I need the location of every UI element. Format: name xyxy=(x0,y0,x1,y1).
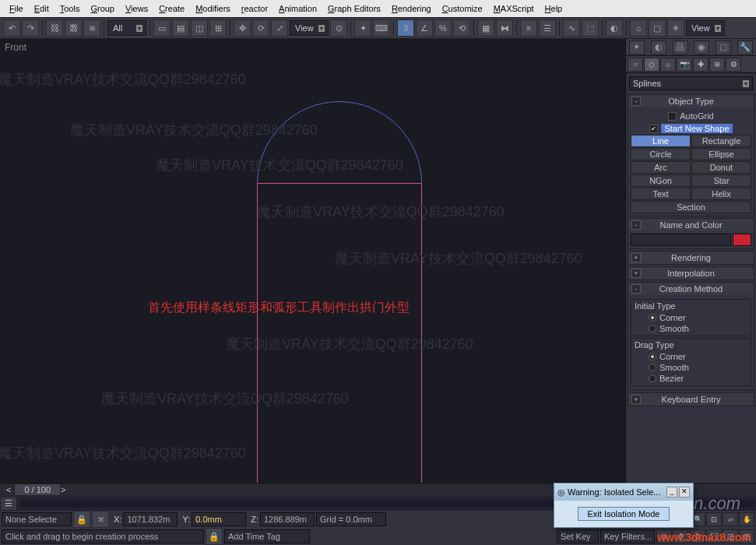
manipulate-button[interactable]: ✦ xyxy=(354,19,371,37)
cameras-icon[interactable]: 📷 xyxy=(677,58,692,72)
rotate-button[interactable]: ⟳ xyxy=(252,19,269,37)
ref-coord-dropdown[interactable]: View xyxy=(290,20,329,36)
menu-views[interactable]: Views xyxy=(121,2,153,15)
viewport-front[interactable]: Front 魔天制造VRAY技术交流QQ群29842760 魔天制造VRAY技术… xyxy=(0,39,625,483)
layers-button[interactable]: ☰ xyxy=(539,19,556,37)
menu-rendering[interactable]: Rendering xyxy=(387,2,436,15)
menu-animation[interactable]: Animation xyxy=(274,2,322,15)
render-setup-button[interactable]: ☼ xyxy=(630,19,647,37)
select-region-button[interactable]: ◫ xyxy=(191,19,208,37)
pan-button[interactable]: ✋ xyxy=(739,512,754,526)
exit-isolation-button[interactable]: Exit Isolation Mode xyxy=(578,507,670,521)
line-button[interactable]: Line xyxy=(631,135,691,147)
tab-modify-icon[interactable]: ◐ xyxy=(651,40,666,54)
z-coord-input[interactable]: 1286.889m xyxy=(260,512,315,526)
absolute-transform-icon[interactable]: ⤧ xyxy=(92,511,109,528)
add-time-tag-button[interactable]: Add Time Tag xyxy=(224,529,310,543)
named-selection-button[interactable]: ▦ xyxy=(477,19,494,37)
tab-motion-icon[interactable]: ◉ xyxy=(694,40,709,54)
y-coord-input[interactable]: 0.0mm xyxy=(192,512,246,526)
render-view-dropdown[interactable]: View xyxy=(686,20,725,36)
geometry-icon[interactable]: ○ xyxy=(628,58,643,72)
tab-utilities-icon[interactable]: 🔧 xyxy=(737,40,753,54)
spinner-snap-button[interactable]: ⟲ xyxy=(453,19,470,37)
angle-snap-button[interactable]: ∠ xyxy=(416,19,433,37)
align-button[interactable]: ≡ xyxy=(520,19,537,37)
drag-bezier-radio[interactable] xyxy=(649,374,656,382)
track-config-icon[interactable]: ☰ xyxy=(0,497,17,511)
dialog-titlebar[interactable]: ◎Warning: Isolated Sele... _ ✕ xyxy=(554,483,693,501)
select-button[interactable]: ▭ xyxy=(153,19,171,37)
rectangle-button[interactable]: Rectangle xyxy=(691,135,751,147)
start-new-shape-checkbox[interactable]: ✔ xyxy=(649,125,658,133)
move-button[interactable]: ✥ xyxy=(234,19,251,37)
rendering-header[interactable]: + Rendering xyxy=(628,251,754,264)
scale-button[interactable]: ⤢ xyxy=(271,19,288,37)
schematic-view-button[interactable]: ⬚ xyxy=(582,19,599,37)
initial-smooth-radio[interactable] xyxy=(649,325,656,332)
spacewarps-icon[interactable]: ≋ xyxy=(709,58,725,72)
ngon-button[interactable]: NGon xyxy=(631,174,691,187)
undo-button[interactable]: ↶ xyxy=(3,19,20,37)
menu-edit[interactable]: Edit xyxy=(30,2,54,15)
ellipse-button[interactable]: Ellipse xyxy=(691,148,751,160)
material-editor-button[interactable]: ◐ xyxy=(606,19,623,37)
mirror-button[interactable]: ⧓ xyxy=(496,19,513,37)
drag-smooth-radio[interactable] xyxy=(649,364,656,371)
interpolation-header[interactable]: + Interpolation xyxy=(628,267,754,280)
lock-ui-icon[interactable]: 🔒 xyxy=(206,528,223,545)
lights-icon[interactable]: ☼ xyxy=(660,58,676,72)
autogrid-checkbox[interactable] xyxy=(668,112,677,121)
bind-spacewarp-button[interactable]: ≋ xyxy=(83,19,100,37)
shapes-icon[interactable]: ◇ xyxy=(644,58,659,72)
menu-help[interactable]: Help xyxy=(540,2,568,15)
object-color-swatch[interactable] xyxy=(733,234,751,246)
quick-render-button[interactable]: ☀ xyxy=(667,19,684,37)
object-name-input[interactable] xyxy=(631,234,731,246)
zoom-all-button[interactable]: ⊡ xyxy=(706,512,722,526)
menu-graph-editors[interactable]: Graph Editors xyxy=(323,2,385,15)
menu-file[interactable]: File xyxy=(5,2,28,15)
initial-corner-radio[interactable] xyxy=(649,314,656,322)
tab-create-icon[interactable]: ✦ xyxy=(629,40,645,54)
text-button[interactable]: Text xyxy=(631,188,691,200)
x-coord-input[interactable]: 1071.832m xyxy=(123,512,178,526)
select-by-name-button[interactable]: ▤ xyxy=(172,19,189,37)
donut-button[interactable]: Donut xyxy=(691,161,751,174)
star-button[interactable]: Star xyxy=(691,174,751,187)
selection-filter-dropdown[interactable]: All xyxy=(107,20,146,36)
creation-method-header[interactable]: - Creation Method xyxy=(628,283,754,295)
lock-selection-icon[interactable]: 🔒 xyxy=(73,511,90,528)
circle-button[interactable]: Circle xyxy=(631,148,691,160)
tab-hierarchy-icon[interactable]: 品 xyxy=(673,40,688,54)
menu-maxscript[interactable]: MAXScript xyxy=(489,2,539,15)
helpers-icon[interactable]: ✚ xyxy=(693,58,709,72)
minimize-icon[interactable]: _ xyxy=(666,487,677,498)
keyboard-shortcut-button[interactable]: ⌨ xyxy=(373,19,390,37)
link-button[interactable]: ⛓ xyxy=(46,19,63,37)
menu-reactor[interactable]: reactor xyxy=(237,2,273,15)
drag-corner-radio[interactable] xyxy=(649,353,656,360)
window-crossing-button[interactable]: ⊞ xyxy=(209,19,227,37)
arc-button[interactable]: Arc xyxy=(631,161,691,174)
keyboard-entry-header[interactable]: + Keyboard Entry xyxy=(628,393,754,406)
object-type-header[interactable]: - Object Type xyxy=(628,95,754,107)
curve-editor-button[interactable]: ∿ xyxy=(563,19,580,37)
menu-customize[interactable]: Customize xyxy=(438,2,487,15)
tab-display-icon[interactable]: ▢ xyxy=(716,40,731,54)
section-button[interactable]: Section xyxy=(631,201,751,213)
set-key-button[interactable]: Set Key xyxy=(557,529,599,543)
menu-create[interactable]: Create xyxy=(154,2,189,15)
snap-toggle-button[interactable]: 3 xyxy=(397,19,414,37)
close-icon[interactable]: ✕ xyxy=(679,487,690,498)
systems-icon[interactable]: ⚙ xyxy=(726,58,741,72)
name-color-header[interactable]: - Name and Color xyxy=(628,219,754,231)
unlink-button[interactable]: ⛓̸ xyxy=(65,19,82,37)
percent-snap-button[interactable]: % xyxy=(434,19,452,37)
key-filters-button[interactable]: Key Filters... xyxy=(600,529,655,543)
render-frame-button[interactable]: ▢ xyxy=(649,19,666,37)
redo-button[interactable]: ↷ xyxy=(22,19,39,37)
fov-button[interactable]: ▱ xyxy=(723,512,738,526)
menu-modifiers[interactable]: Modifiers xyxy=(191,2,235,15)
menu-tools[interactable]: Tools xyxy=(55,2,85,15)
